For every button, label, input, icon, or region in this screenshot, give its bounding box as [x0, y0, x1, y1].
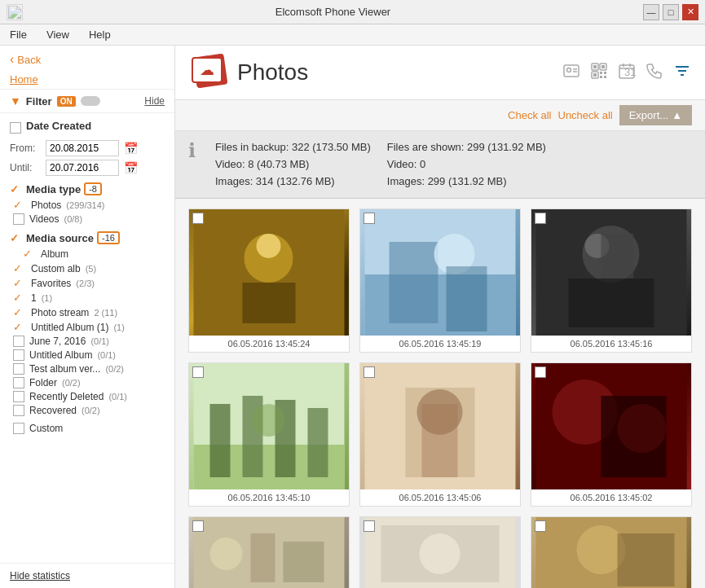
menu-file[interactable]: File [7, 27, 30, 42]
title-bar: Elcomsoft Phone Viewer — □ ✕ [0, 0, 705, 24]
photo-checkbox-5[interactable] [364, 366, 375, 378]
untitled1-count: (1) [113, 323, 124, 332]
videos-count: (0/8) [64, 214, 82, 224]
media-type-title: ✓ Media type -8 [10, 182, 165, 195]
recently-deleted-checkbox[interactable] [13, 391, 24, 402]
export-button[interactable]: Export... ▲ [619, 105, 692, 125]
videos-checkbox[interactable] [13, 213, 24, 225]
photo-checkbox-4[interactable] [192, 366, 204, 378]
photo-checkbox-3[interactable] [535, 213, 546, 224]
testalbum-checkbox[interactable] [13, 363, 24, 375]
restore-button[interactable]: □ [663, 4, 679, 20]
close-button[interactable]: ✕ [682, 4, 698, 20]
media-type-check-icon: ✓ [10, 183, 23, 195]
photo-timestamp-6: 06.05.2016 13:45:02 [569, 489, 654, 506]
toolbar: Check all Uncheck all Export... ▲ [175, 100, 705, 131]
check-all-button[interactable]: Check all [508, 109, 551, 121]
photo-checkbox-2[interactable] [364, 213, 375, 224]
uncheck-all-button[interactable]: Uncheck all [558, 109, 613, 121]
june-count: (0/1) [90, 336, 109, 346]
filter-toggle[interactable]: ON [57, 96, 76, 107]
untitled-checkbox[interactable] [13, 349, 24, 361]
photo-cell-4[interactable]: 06.05.2016 13:45:10 [188, 362, 350, 507]
photostream2-count: 2 (11) [94, 308, 117, 318]
photo-cell-9[interactable] [531, 516, 692, 588]
photo-cell-6[interactable]: 06.05.2016 13:45:02 [531, 362, 692, 507]
content-header: ☁ Photos [175, 46, 705, 100]
svg-point-58 [420, 533, 460, 574]
minimize-button[interactable]: — [643, 4, 659, 20]
media-source-title: ✓ Media source -16 [10, 231, 165, 244]
from-date-input[interactable] [46, 140, 119, 156]
export-label: Export... [629, 109, 668, 121]
album-label: Album [41, 248, 68, 260]
photo-cell-7[interactable] [188, 516, 350, 588]
menu-view[interactable]: View [43, 27, 73, 42]
filter-content: Date Created From: 📅 Until: 📅 ✓ Media ty [0, 113, 174, 563]
from-calendar-icon[interactable]: 📅 [124, 142, 138, 155]
photo-cell-3[interactable]: 06.05.2016 13:45:16 [531, 208, 692, 353]
photo-checkbox-1[interactable] [192, 213, 204, 224]
svg-rect-11 [604, 72, 606, 74]
svg-rect-9 [593, 73, 597, 77]
photos-row: ✓ Photos (299/314) [10, 199, 165, 211]
app-icon [7, 4, 23, 20]
window-controls: — □ ✕ [643, 4, 698, 20]
one-check-icon: ✓ [13, 292, 26, 304]
june-checkbox[interactable] [13, 336, 24, 347]
photostream2-label: Photo stream [31, 307, 89, 318]
photo-checkbox-7[interactable] [192, 520, 204, 532]
calendar-icon[interactable]: 31 [617, 61, 637, 85]
folder-checkbox[interactable] [13, 377, 24, 388]
recovered-checkbox[interactable] [13, 405, 24, 416]
qr-icon[interactable] [589, 61, 609, 85]
phone-icon[interactable] [645, 61, 664, 85]
photo-cell-1[interactable]: 06.05.2016 13:45:24 [188, 208, 350, 353]
photo-checkbox-8[interactable] [364, 520, 375, 532]
source-untitled-row: Untitled Album (0/1) [10, 349, 165, 361]
source-untitled1-row: ✓ Untitled Album (1) (1) [10, 321, 165, 333]
photos-label: Photos [31, 200, 61, 211]
custom-section-checkbox[interactable] [13, 423, 24, 434]
filter-lines-icon[interactable] [672, 61, 692, 85]
photostream2-check-icon: ✓ [13, 306, 26, 318]
svg-rect-38 [210, 404, 231, 477]
photo-checkbox-6[interactable] [535, 366, 546, 378]
untitled-label: Untitled Album [29, 349, 92, 361]
contact-card-icon[interactable] [562, 61, 581, 85]
recovered-label: Recovered [29, 405, 77, 416]
media-type-badge: -8 [84, 182, 102, 195]
date-created-checkbox[interactable] [10, 122, 21, 134]
photo-grid: 06.05.2016 13:45:24 06.05.2016 13:45: [188, 208, 692, 588]
photo-cell-8[interactable] [359, 516, 521, 588]
until-date-input[interactable] [46, 160, 119, 176]
filter-bar: ▼ Filter ON Hide [0, 90, 174, 113]
back-button[interactable]: Back [10, 52, 165, 67]
untitled1-label: Untitled Album (1) [31, 322, 108, 333]
logo-cloud-symbol: ☁ [200, 61, 214, 79]
svg-point-53 [210, 538, 243, 570]
back-label: Back [17, 54, 41, 66]
hide-statistics-button[interactable]: Hide statistics [0, 563, 174, 588]
custom-section-label: Custom [29, 423, 63, 434]
photos-logo-icon: ☁ [188, 52, 229, 93]
menu-help[interactable]: Help [86, 27, 114, 42]
favorites-count: (2/3) [76, 279, 95, 288]
photo-cell-2[interactable]: 06.05.2016 13:45:19 [359, 208, 521, 353]
date-created-check-row: Date Created [10, 120, 165, 135]
hide-filter-link[interactable]: Hide [144, 95, 165, 107]
svg-rect-33 [569, 279, 654, 327]
svg-rect-13 [604, 76, 606, 78]
photo-checkbox-9[interactable] [535, 520, 546, 532]
filter-toggle-slider[interactable] [81, 96, 100, 106]
custom-section: Custom [10, 423, 165, 434]
until-calendar-icon[interactable]: 📅 [124, 161, 138, 174]
source-custom-row: ✓ Custom alb (5) [10, 262, 165, 274]
filter-icon: ▼ [10, 94, 21, 108]
photo-cell-5[interactable]: 06.05.2016 13:45:06 [359, 362, 521, 507]
logo-card-front: ☁ [192, 57, 223, 83]
folder-count: (0/2) [62, 378, 81, 388]
source-recently-deleted-row: Recently Deleted (0/1) [10, 391, 165, 402]
home-link[interactable]: Home [10, 73, 38, 86]
chevron-left-icon [10, 52, 14, 67]
